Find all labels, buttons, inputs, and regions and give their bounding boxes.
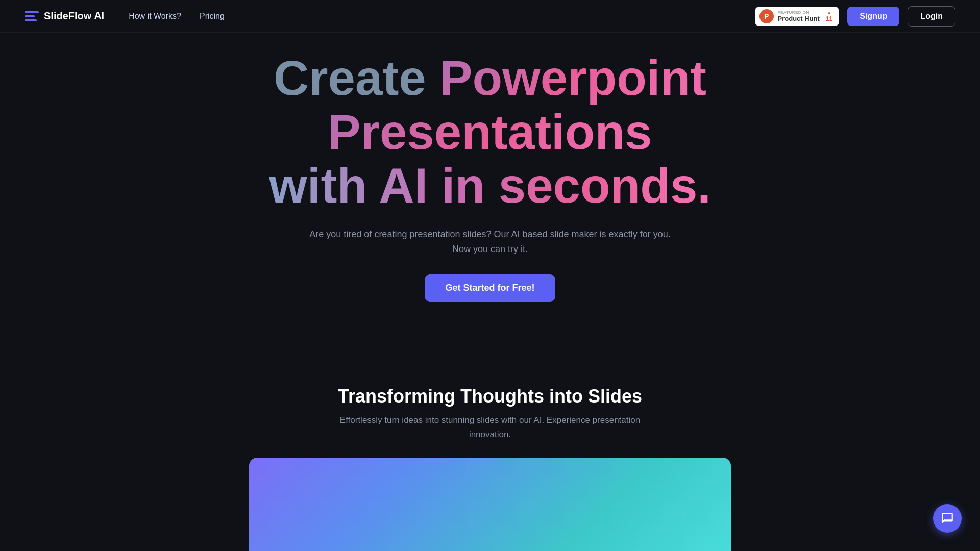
chat-button[interactable] xyxy=(933,504,962,533)
signup-button[interactable]: Signup xyxy=(847,7,899,26)
hero-title-powerpoint: Powerpoint xyxy=(439,51,706,105)
preview-card xyxy=(249,458,731,551)
cta-button[interactable]: Get Started for Free! xyxy=(425,274,555,302)
hero-section: Create Powerpoint Presentations with AI … xyxy=(0,0,980,332)
product-hunt-logo: P xyxy=(760,9,774,23)
chat-icon xyxy=(941,512,954,525)
section-divider xyxy=(306,357,674,357)
hero-title-ai-seconds: with AI in seconds. xyxy=(269,158,711,213)
navbar: SlideFlow AI How it Works? Pricing P FEA… xyxy=(0,0,980,33)
ph-arrow-icon: ▲ xyxy=(827,10,832,15)
login-button[interactable]: Login xyxy=(908,6,955,27)
hero-subtitle: Are you tired of creating presentation s… xyxy=(306,227,674,257)
ph-votes: ▲ 11 xyxy=(826,10,832,22)
navbar-right: P FEATURED ON Product Hunt ▲ 11 Signup L… xyxy=(755,6,955,27)
hero-title-presentations: Presentations xyxy=(328,105,652,159)
logo-group[interactable]: SlideFlow AI xyxy=(24,10,104,22)
nav-links: How it Works? Pricing xyxy=(129,12,225,21)
product-hunt-badge[interactable]: P FEATURED ON Product Hunt ▲ 11 xyxy=(755,7,840,26)
logo-text: SlideFlow AI xyxy=(44,10,104,22)
transforming-subtitle: Effortlessly turn ideas into stunning sl… xyxy=(337,413,643,441)
transforming-section: Transforming Thoughts into Slides Effort… xyxy=(0,386,980,551)
hero-title: Create Powerpoint Presentations with AI … xyxy=(269,51,711,213)
ph-count: 11 xyxy=(826,15,832,22)
navbar-left: SlideFlow AI How it Works? Pricing xyxy=(24,10,225,22)
logo-icon xyxy=(24,11,39,21)
product-hunt-text: FEATURED ON Product Hunt xyxy=(778,10,820,22)
transforming-title: Transforming Thoughts into Slides xyxy=(338,386,642,407)
ph-name: Product Hunt xyxy=(778,15,820,22)
hero-title-create: Create xyxy=(274,51,426,105)
ph-featured-label: FEATURED ON xyxy=(778,10,820,15)
nav-pricing[interactable]: Pricing xyxy=(200,12,225,21)
nav-how-it-works[interactable]: How it Works? xyxy=(129,12,181,21)
